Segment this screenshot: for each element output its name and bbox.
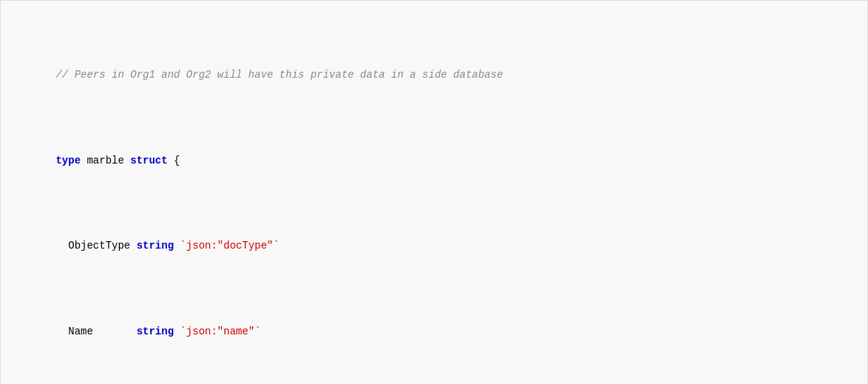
main-container: // Peers in Org1 and Org2 will have this… [0, 0, 868, 384]
code-block-1: // Peers in Org1 and Org2 will have this… [18, 16, 850, 384]
struct1-field-objecttype: ObjectType string `json:"docType"` [18, 220, 850, 272]
comment-line-1: // Peers in Org1 and Org2 will have this… [18, 50, 850, 101]
struct1-declaration: type marble struct { [18, 135, 850, 186]
struct1-field-name: Name string `json:"name"` [18, 306, 850, 357]
